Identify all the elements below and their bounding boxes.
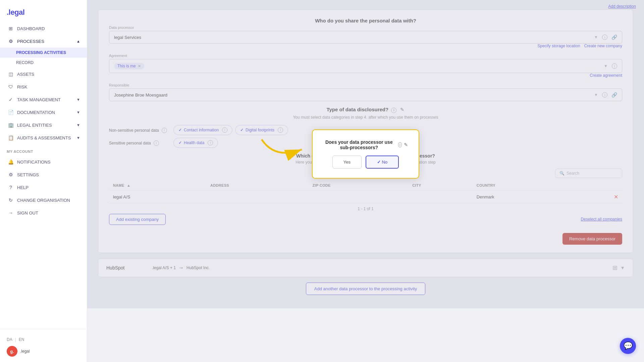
sidebar-item-label: SETTINGS bbox=[17, 172, 39, 177]
arrow-annotation bbox=[255, 133, 309, 166]
docs-icon: 📄 bbox=[8, 109, 14, 115]
sidebar-item-label: SIGN OUT bbox=[17, 210, 38, 216]
audits-icon: 📋 bbox=[8, 135, 14, 141]
sub-processor-popup: Does your data processor use sub-process… bbox=[312, 129, 419, 179]
risk-icon: 🛡 bbox=[8, 84, 14, 90]
sign-out-icon: → bbox=[8, 210, 14, 216]
sidebar-item-sign-out[interactable]: → SIGN OUT bbox=[0, 206, 87, 219]
change-org-icon: ↻ bbox=[8, 197, 14, 203]
logo: .legal bbox=[0, 0, 87, 22]
sidebar-item-label: CHANGE ORGANISATION bbox=[17, 198, 70, 203]
sidebar-item-legal-entities[interactable]: 🏢 LEGAL ENTITIES ▼ bbox=[0, 119, 87, 131]
help-icon: ? bbox=[8, 184, 14, 190]
chat-icon: 💬 bbox=[624, 342, 633, 350]
avatar: g. bbox=[7, 346, 17, 357]
sidebar-bottom: DA | EN g. .legal bbox=[0, 329, 87, 362]
chevron-down-icon: ▼ bbox=[76, 123, 80, 127]
sidebar-item-label: PROCESSES bbox=[17, 39, 44, 44]
task-icon: ✓ bbox=[8, 97, 14, 103]
sidebar-item-label: ASSETS bbox=[17, 72, 34, 77]
company-label: .legal bbox=[20, 349, 30, 354]
sidebar: .legal ⊞ DASHBOARD ⚙ PROCESSES ▲ PROCESS… bbox=[0, 0, 87, 362]
sidebar-item-assets[interactable]: ◫ ASSETS bbox=[0, 68, 87, 80]
settings-icon: ⚙ bbox=[8, 172, 14, 178]
popup-title: Does your data processor use sub-process… bbox=[323, 139, 408, 150]
sidebar-nav: ⊞ DASHBOARD ⚙ PROCESSES ▲ PROCESSING ACT… bbox=[0, 22, 87, 329]
popup-info-icon[interactable]: i bbox=[398, 142, 402, 147]
main-content: Add description Who do you share the per… bbox=[87, 0, 644, 362]
sidebar-item-task-management[interactable]: ✓ TASK MANAGEMENT ▼ bbox=[0, 93, 87, 106]
chevron-down-icon: ▼ bbox=[76, 136, 80, 140]
language-switcher: DA | EN bbox=[7, 337, 80, 342]
sidebar-item-label: AUDITS & ASSESSMENTS bbox=[17, 135, 71, 140]
sidebar-item-label: NOTIFICATIONS bbox=[17, 160, 50, 165]
dashboard-icon: ⊞ bbox=[8, 25, 14, 32]
popup-options: Yes No bbox=[323, 156, 408, 169]
sidebar-item-dashboard[interactable]: ⊞ DASHBOARD bbox=[0, 22, 87, 35]
sidebar-item-label: LEGAL ENTITIES bbox=[17, 123, 52, 128]
sidebar-item-settings[interactable]: ⚙ SETTINGS bbox=[0, 168, 87, 181]
sidebar-item-audits[interactable]: 📋 AUDITS & ASSESSMENTS ▼ bbox=[0, 131, 87, 144]
chevron-down-icon: ▼ bbox=[76, 98, 80, 102]
popup-edit-icon[interactable]: ✎ bbox=[404, 142, 408, 147]
chevron-down-icon: ▼ bbox=[76, 110, 80, 114]
sub-processor-no-btn[interactable]: No bbox=[366, 156, 399, 169]
my-account-section: MY ACCOUNT bbox=[0, 144, 87, 156]
sidebar-item-processes[interactable]: ⚙ PROCESSES ▲ bbox=[0, 35, 87, 48]
lang-da[interactable]: DA bbox=[7, 337, 12, 342]
sidebar-item-risk[interactable]: 🛡 RISK bbox=[0, 80, 87, 93]
sidebar-item-notifications[interactable]: 🔔 NOTIFICATIONS bbox=[0, 156, 87, 168]
lang-en[interactable]: EN bbox=[19, 337, 24, 342]
sidebar-item-change-org[interactable]: ↻ CHANGE ORGANISATION bbox=[0, 194, 87, 206]
user-avatar-row: g. .legal bbox=[7, 346, 80, 357]
sidebar-item-label: DASHBOARD bbox=[17, 26, 45, 31]
sidebar-item-documentation[interactable]: 📄 DOCUMENTATION ▼ bbox=[0, 106, 87, 119]
sidebar-item-label: RISK bbox=[17, 84, 27, 89]
sidebar-item-label: TASK MANAGEMENT bbox=[17, 97, 61, 102]
sidebar-item-label: HELP bbox=[17, 185, 29, 190]
assets-icon: ◫ bbox=[8, 71, 14, 77]
legal-icon: 🏢 bbox=[8, 122, 14, 128]
sidebar-item-help[interactable]: ? HELP bbox=[0, 181, 87, 194]
sub-processor-yes-btn[interactable]: Yes bbox=[332, 156, 362, 169]
sub-processor-overlay: Does your data processor use sub-process… bbox=[87, 0, 644, 308]
chevron-up-icon: ▲ bbox=[76, 39, 80, 43]
sidebar-item-processing-activities[interactable]: PROCESSING ACTIVITIES bbox=[0, 48, 87, 58]
notification-icon: 🔔 bbox=[8, 159, 14, 165]
sidebar-item-label: DOCUMENTATION bbox=[17, 110, 55, 115]
chat-button[interactable]: 💬 bbox=[620, 338, 636, 354]
processes-icon: ⚙ bbox=[8, 38, 14, 44]
sidebar-item-record[interactable]: RECORD bbox=[0, 58, 87, 68]
